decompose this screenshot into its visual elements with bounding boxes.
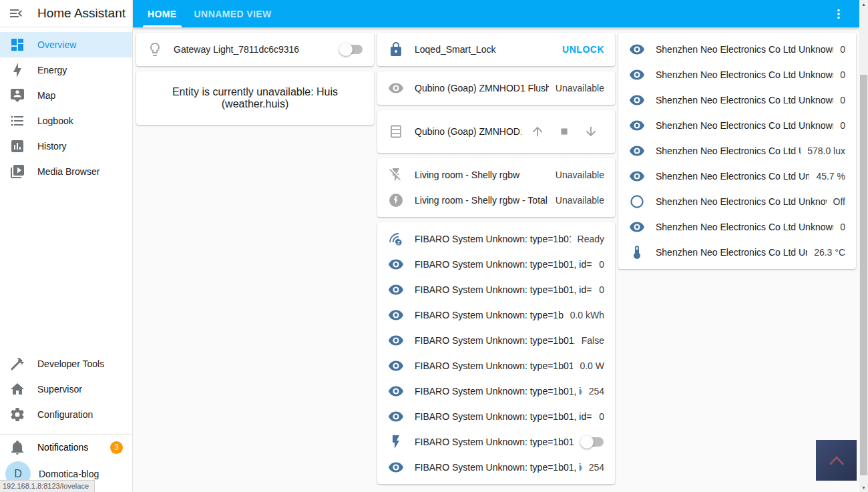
circle-outline-icon [629, 194, 645, 210]
entity-name: Qubino (Goap) ZMNHOD1 Flush Shutter DC .… [415, 83, 549, 93]
entity-name: FIBARO System Unknown: type=1b01, id=100… [415, 259, 592, 270]
entity-name: Shenzhen Neo Electronics Co Ltd Unknown:… [656, 120, 833, 131]
entity-name: Shenzhen Neo Electronics Co Ltd Unknown:… [656, 44, 833, 55]
entity-row[interactable]: FIBARO System Unknown: type=1b01, id=100… [388, 429, 604, 455]
stop-button[interactable] [551, 118, 578, 145]
entity-row[interactable]: Living room - Shelly rgbwUnavailable [388, 162, 604, 188]
unlock-button[interactable]: UNLOCK [562, 44, 604, 55]
sidebar-item-media-browser[interactable]: Media Browser [0, 159, 132, 184]
entity-row[interactable]: FIBARO System Unknown: type=1b01, id=100… [388, 277, 604, 302]
sidebar-item-logbook[interactable]: Logbook [0, 108, 132, 134]
entity-row[interactable]: Shenzhen Neo Electronics Co Ltd Unknown:… [629, 214, 845, 240]
entity-row[interactable]: FIBARO System Unknown: type=1b01, id=100… [388, 302, 604, 328]
app-window: Home Assistant OverviewEnergyMapLogbookH… [0, 0, 868, 492]
entity-row[interactable]: FIBARO System Unknown: type=1b01, id=100… [388, 455, 604, 480]
hammer-icon [9, 356, 25, 372]
scrollbar-down-arrow[interactable]: ▼ [859, 483, 868, 492]
scrollbar[interactable]: ▲ ▼ [859, 0, 868, 492]
sidebar-item-energy[interactable]: Energy [0, 57, 132, 83]
light-card: Gateway Light_7811dc6c9316 [136, 33, 374, 66]
toggle-switch[interactable] [580, 435, 604, 449]
sidebar-item-notifications[interactable]: Notifications 3 [0, 435, 132, 460]
scrollbar-thumb[interactable] [860, 75, 867, 475]
entity-row[interactable]: Living room - Shelly rgbw - Total consum… [388, 188, 604, 213]
arrow-up-button[interactable] [524, 118, 551, 145]
column-3: Shenzhen Neo Electronics Co Ltd Unknown:… [618, 33, 856, 492]
entity-row[interactable]: FIBARO System Unknown: type=1b01, id=100… [388, 328, 604, 353]
entity-row[interactable]: Shenzhen Neo Electronics Co Ltd Unknown:… [629, 189, 845, 214]
entity-state: 0 [840, 222, 845, 232]
bell-icon [9, 439, 25, 455]
tab-home[interactable]: HOME [139, 0, 186, 27]
entity-state: 0 [840, 44, 845, 55]
chevron-up-icon [822, 449, 851, 472]
entity-row[interactable]: Qubino (Goap) ZMNHOD1 Flush ... [388, 118, 604, 145]
entity-name: Shenzhen Neo Electronics Co Ltd Unknown:… [656, 146, 801, 156]
entity-name: FIBARO System Unknown: type=1b01, id=100… [415, 462, 582, 473]
sidebar-item-history[interactable]: History [0, 134, 132, 159]
eye-icon [388, 256, 404, 272]
shelly-card: Living room - Shelly rgbwUnavailableLivi… [377, 158, 615, 217]
entity-row[interactable]: FIBARO System Unknown: type=1b01, id=100… [388, 353, 604, 379]
sidebar-item-supervisor[interactable]: Supervisor [0, 377, 132, 402]
entity-row[interactable]: Shenzhen Neo Electronics Co Ltd Unknown:… [629, 138, 845, 164]
toggle-switch[interactable] [339, 43, 363, 56]
chart-box-icon [9, 138, 25, 154]
entity-name: FIBARO System Unknown: type=1b01, id=100… [415, 335, 575, 346]
menu-open-icon[interactable] [8, 5, 24, 21]
dots-vertical-icon [831, 7, 846, 21]
entity-row[interactable]: Shenzhen Neo Electronics Co Ltd Unknown:… [629, 113, 845, 138]
entity-row[interactable]: Shenzhen Neo Electronics Co Ltd Unknown:… [629, 240, 845, 265]
entity-row[interactable]: FIBARO System Unknown: type=1b01, id=100… [388, 404, 604, 429]
eye-icon [388, 459, 404, 475]
gear-icon [9, 407, 25, 423]
thermometer-icon [629, 244, 645, 260]
svg-text:Z: Z [397, 240, 401, 245]
entity-row[interactable]: Loqed_Smart_LockUNLOCK [388, 37, 604, 62]
arrow-down-button[interactable] [578, 118, 604, 145]
entity-row[interactable]: Shenzhen Neo Electronics Co Ltd Unknown:… [629, 37, 845, 62]
eye-icon [629, 92, 645, 108]
entity-row[interactable]: FIBARO System Unknown: type=1b01, id=100… [388, 379, 604, 404]
view-dashboard-icon [9, 37, 25, 53]
entity-row[interactable]: Shenzhen Neo Electronics Co Ltd Unknown:… [629, 62, 845, 87]
eye-icon [629, 67, 645, 83]
tab-unnamed-view[interactable]: UNNAMED VIEW [186, 0, 280, 27]
entity-state: Ready [578, 234, 604, 244]
entity-row[interactable]: Gateway Light_7811dc6c9316 [147, 37, 363, 62]
sidebar-item-configuration[interactable]: Configuration [0, 402, 132, 427]
tooltip-account-icon [9, 87, 25, 103]
entity-state: Unavailable [556, 195, 604, 206]
sidebar-item-map[interactable]: Map [0, 83, 132, 108]
entity-row[interactable]: Shenzhen Neo Electronics Co Ltd Unknown:… [629, 87, 845, 113]
entity-row[interactable]: Qubino (Goap) ZMNHOD1 Flush Shutter DC .… [388, 75, 604, 101]
sidebar-item-developer-tools[interactable]: Developer Tools [0, 351, 132, 377]
home-assistant-icon [9, 381, 25, 397]
entity-state: Unavailable [556, 170, 604, 180]
sidebar-item-label: Map [37, 90, 55, 101]
overflow-menu-button[interactable] [827, 3, 850, 25]
entity-state: 0 [599, 259, 604, 270]
play-box-multiple-icon [9, 164, 25, 180]
lock-icon [388, 41, 404, 57]
sidebar-secondary-menu: Developer ToolsSupervisorConfiguration [0, 346, 132, 427]
column-1: Gateway Light_7811dc6c9316 Entity is cur… [136, 33, 374, 492]
sidebar-item-label: Media Browser [37, 166, 99, 177]
entity-name: Living room - Shelly rgbw [415, 170, 549, 180]
sidebar-item-label: History [37, 141, 67, 152]
entity-name: FIBARO System Unknown: type=1b01, id=100… [415, 386, 582, 397]
entity-state: 0 [599, 284, 604, 295]
entity-row[interactable]: Shenzhen Neo Electronics Co Ltd Unknown:… [629, 164, 845, 189]
entity-state: Off [833, 196, 845, 207]
eye-icon [388, 282, 404, 298]
stop-icon [557, 124, 572, 139]
scrollbar-up-arrow[interactable]: ▲ [859, 0, 868, 9]
entity-name: Shenzhen Neo Electronics Co Ltd Unknown:… [656, 95, 833, 105]
sidebar-item-overview[interactable]: Overview [0, 32, 132, 57]
sidebar-header: Home Assistant [0, 0, 132, 27]
user-name: Domotica-blog [39, 469, 99, 479]
entity-row[interactable]: FIBARO System Unknown: type=1b01, id=100… [388, 252, 604, 277]
scroll-to-top-button[interactable] [816, 440, 857, 481]
entity-row[interactable]: ZFIBARO System Unknown: type=1b01, id=10… [388, 226, 604, 252]
sidebar-item-label: Overview [37, 39, 76, 50]
